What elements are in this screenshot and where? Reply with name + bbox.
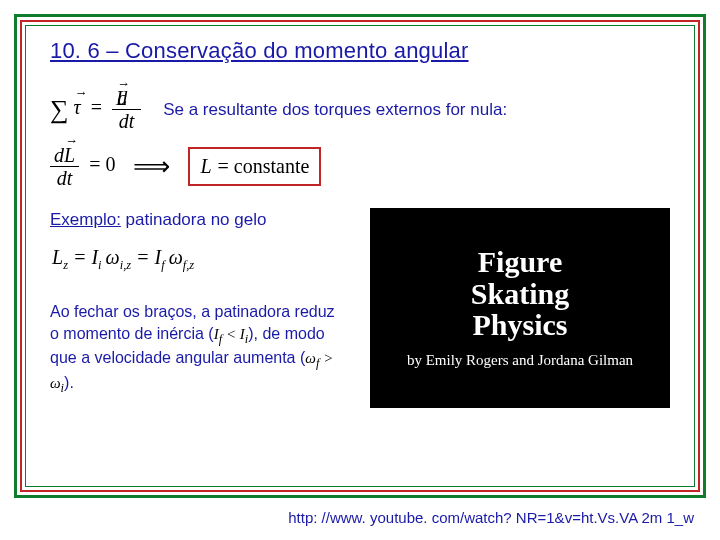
video-thumbnail[interactable]: Figure Skating Physics by Emily Rogers a… xyxy=(370,208,670,408)
para-part3: ). xyxy=(64,374,74,391)
inertia-inequality: If < Ii xyxy=(214,326,249,342)
video-title-line1: Figure xyxy=(471,246,569,278)
equals-constant: = constante xyxy=(218,155,310,178)
slide-body: 10. 6 – Conservação do momento angular ∑… xyxy=(25,25,695,487)
equation-row-1: ∑ τ = Ld dt Se a resultante dos torques … xyxy=(50,88,670,131)
left-column: Lz = Ii ωi,z = If ωf,z Ao fechar os braç… xyxy=(50,242,352,408)
eq-dL-dt-zero: dL dt = 0 xyxy=(50,145,115,188)
sigma-symbol: ∑ xyxy=(50,95,69,124)
null-torque-statement: Se a resultante dos torques externos for… xyxy=(163,100,507,120)
eq-angular-momentum-conservation: Lz = Ii ωi,z = If ωf,z xyxy=(52,246,352,273)
video-title: Figure Skating Physics xyxy=(471,246,569,341)
video-credit: by Emily Rogers and Jordana Gilman xyxy=(407,351,633,371)
lower-row: Lz = Ii ωi,z = If ωf,z Ao fechar os braç… xyxy=(50,242,670,408)
equals-zero: = 0 xyxy=(89,153,115,175)
footer-url[interactable]: http: //www. youtube. com/watch? NR=1&v=… xyxy=(288,509,694,526)
fraction-dL-dt: Ld dt xyxy=(112,88,141,131)
implies-arrow: ⟹ xyxy=(133,151,170,182)
eq-sum-torque: ∑ τ = Ld dt xyxy=(50,88,141,131)
equals-sign: = xyxy=(91,96,102,118)
video-title-line3: Physics xyxy=(471,309,569,341)
example-desc: patinadora no gelo xyxy=(121,210,267,229)
tau-vector: τ xyxy=(74,96,81,119)
slide-title: 10. 6 – Conservação do momento angular xyxy=(50,38,670,64)
example-prefix: Exemplo: xyxy=(50,210,121,229)
explanation-paragraph: Ao fechar os braços, a patinadora reduz … xyxy=(50,301,340,397)
video-title-line2: Skating xyxy=(471,278,569,310)
L-vector: L xyxy=(200,155,211,178)
constant-L-box: L = constante xyxy=(188,147,321,186)
equation-row-2: dL dt = 0 ⟹ L = constante xyxy=(50,145,670,188)
